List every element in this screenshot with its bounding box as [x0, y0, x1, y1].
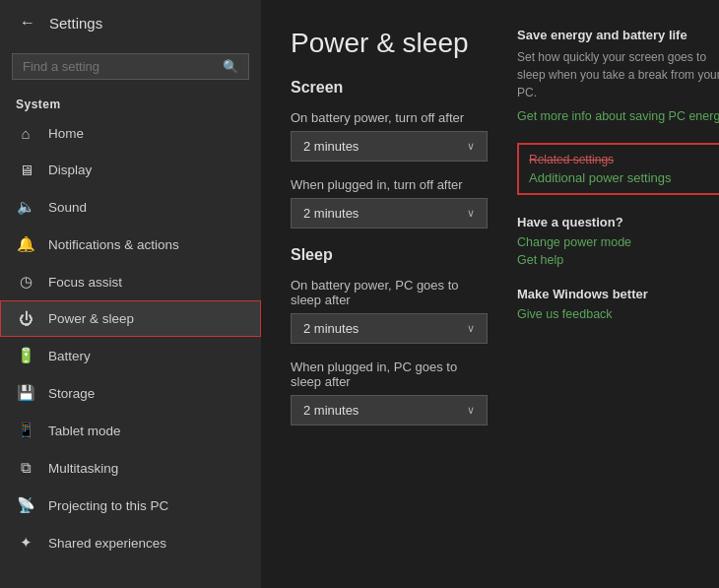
chevron-down-icon-4: ∨: [467, 404, 475, 417]
sidebar-item-label-sound: Sound: [48, 200, 87, 215]
energy-section: Save energy and battery life Set how qui…: [517, 28, 719, 123]
sidebar-item-label-home: Home: [48, 126, 84, 141]
screen-plugged-value: 2 minutes: [303, 206, 359, 221]
screen-section-title: Screen: [291, 79, 488, 97]
additional-power-settings-link[interactable]: Additional power settings: [529, 170, 719, 185]
screen-plugged-label: When plugged in, turn off after: [291, 177, 488, 192]
sleep-plugged-dropdown[interactable]: 2 minutes ∨: [291, 395, 488, 425]
screen-battery-label: On battery power, turn off after: [291, 110, 488, 125]
search-box[interactable]: 🔍: [12, 53, 249, 80]
give-feedback-link[interactable]: Give us feedback: [517, 307, 719, 321]
sidebar-item-label-display: Display: [48, 163, 92, 177]
sleep-section-title: Sleep: [291, 246, 488, 264]
shared-icon: ✦: [17, 534, 34, 552]
screen-battery-value: 2 minutes: [303, 139, 359, 154]
page-title: Power & sleep: [291, 28, 488, 59]
screen-plugged-dropdown[interactable]: 2 minutes ∨: [291, 198, 488, 229]
screen-battery-row: On battery power, turn off after 2 minut…: [291, 110, 488, 162]
energy-title: Save energy and battery life: [517, 28, 719, 42]
sleep-plugged-row: When plugged in, PC goes to sleep after …: [291, 359, 488, 425]
search-input[interactable]: [23, 59, 215, 74]
sleep-battery-value: 2 minutes: [303, 321, 359, 336]
focus-icon: ◷: [17, 273, 34, 291]
sidebar-item-projecting[interactable]: 📡 Projecting to this PC: [0, 487, 261, 524]
tablet-icon: 📱: [17, 422, 34, 439]
sidebar-item-notifications[interactable]: 🔔 Notifications & actions: [0, 226, 261, 263]
windows-title: Make Windows better: [517, 287, 719, 301]
chevron-down-icon-2: ∨: [467, 207, 475, 220]
back-button[interactable]: ←: [16, 12, 39, 33]
sleep-battery-dropdown[interactable]: 2 minutes ∨: [291, 313, 488, 344]
related-settings-title: Related settings: [529, 153, 719, 166]
sidebar-title: Settings: [49, 15, 102, 32]
sidebar-item-tablet[interactable]: 📱 Tablet mode: [0, 412, 261, 449]
chevron-down-icon: ∨: [467, 140, 475, 153]
sidebar-item-label-projecting: Projecting to this PC: [48, 498, 168, 513]
projecting-icon: 📡: [17, 496, 34, 514]
sidebar-item-display[interactable]: 🖥 Display: [0, 152, 261, 188]
screen-plugged-row: When plugged in, turn off after 2 minute…: [291, 177, 488, 229]
screen-battery-dropdown[interactable]: 2 minutes ∨: [291, 131, 488, 162]
sidebar-item-label-multitasking: Multitasking: [48, 461, 118, 476]
sidebar-header: ← Settings: [0, 0, 261, 45]
energy-desc: Set how quickly your screen goes to slee…: [517, 48, 719, 101]
sleep-battery-label: On battery power, PC goes to sleep after: [291, 278, 488, 307]
sidebar-item-label-notifications: Notifications & actions: [48, 237, 179, 252]
question-title: Have a question?: [517, 215, 719, 229]
notifications-icon: 🔔: [17, 235, 34, 253]
sidebar-item-storage[interactable]: 💾 Storage: [0, 374, 261, 412]
nav-list: ⌂ Home 🖥 Display 🔈 Sound 🔔 Notifications…: [0, 115, 261, 561]
sound-icon: 🔈: [17, 198, 34, 216]
display-icon: 🖥: [17, 162, 34, 178]
windows-section: Make Windows better Give us feedback: [517, 287, 719, 321]
sidebar-item-label-storage: Storage: [48, 386, 95, 401]
search-icon: 🔍: [223, 59, 238, 74]
storage-icon: 💾: [17, 384, 34, 402]
sidebar-item-home[interactable]: ⌂ Home: [0, 115, 261, 152]
sleep-battery-row: On battery power, PC goes to sleep after…: [291, 278, 488, 344]
question-section: Have a question? Change power mode Get h…: [517, 215, 719, 267]
sidebar-item-label-shared: Shared experiences: [48, 536, 166, 551]
sidebar-item-label-tablet: Tablet mode: [48, 424, 121, 438]
sleep-plugged-value: 2 minutes: [303, 403, 359, 418]
chevron-down-icon-3: ∨: [467, 322, 475, 335]
content-left: Power & sleep Screen On battery power, t…: [291, 28, 488, 568]
sidebar-item-power[interactable]: ⏻ Power & sleep: [0, 300, 261, 337]
sidebar-item-shared[interactable]: ✦ Shared experiences: [0, 524, 261, 561]
battery-icon: 🔋: [17, 347, 34, 364]
sidebar-item-label-power: Power & sleep: [48, 311, 134, 326]
change-power-mode-link[interactable]: Change power mode: [517, 235, 719, 249]
sidebar-item-focus[interactable]: ◷ Focus assist: [0, 263, 261, 300]
multitasking-icon: ⧉: [17, 459, 34, 477]
sleep-plugged-label: When plugged in, PC goes to sleep after: [291, 359, 488, 389]
power-icon: ⏻: [17, 310, 34, 327]
sidebar-item-multitasking[interactable]: ⧉ Multitasking: [0, 449, 261, 487]
energy-link[interactable]: Get more info about saving PC energy: [517, 109, 719, 123]
sidebar-item-label-focus: Focus assist: [48, 275, 122, 290]
main-content: Power & sleep Screen On battery power, t…: [261, 0, 719, 588]
get-help-link[interactable]: Get help: [517, 253, 719, 267]
sidebar: ← Settings 🔍 System ⌂ Home 🖥 Display 🔈 S…: [0, 0, 261, 588]
sidebar-item-sound[interactable]: 🔈 Sound: [0, 188, 261, 226]
sidebar-section-label: System: [0, 88, 261, 115]
home-icon: ⌂: [17, 125, 34, 142]
sidebar-item-battery[interactable]: 🔋 Battery: [0, 337, 261, 374]
sidebar-item-label-battery: Battery: [48, 349, 91, 363]
content-right: Save energy and battery life Set how qui…: [517, 28, 719, 568]
related-settings-box: Related settings Additional power settin…: [517, 143, 719, 195]
